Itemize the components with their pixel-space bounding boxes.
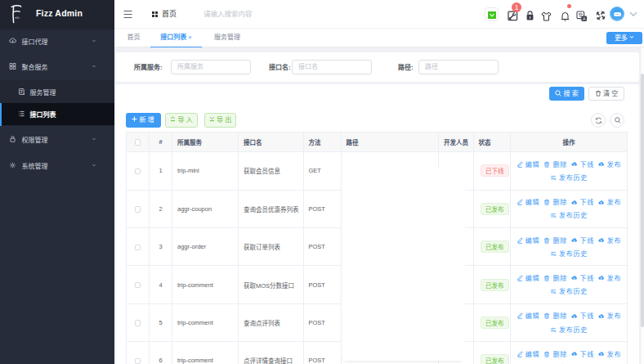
svg-text:A: A (583, 16, 586, 21)
svg-text:</>: </> (15, 16, 20, 20)
